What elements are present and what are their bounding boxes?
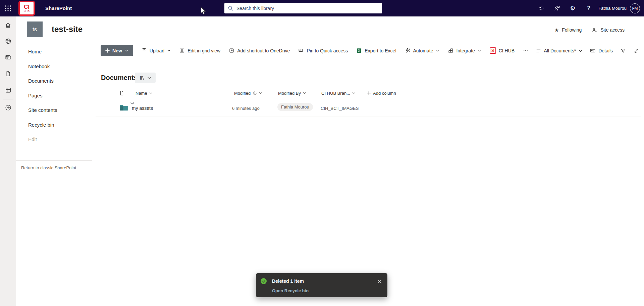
automate-label: Automate bbox=[413, 48, 433, 53]
chevron-down-icon bbox=[167, 49, 171, 52]
chevron-down-icon bbox=[579, 49, 582, 53]
waffle-icon bbox=[5, 5, 11, 12]
row-modified-by[interactable]: Fathia Mourou bbox=[277, 102, 313, 111]
person-pill[interactable]: Fathia Mourou bbox=[277, 103, 313, 111]
filter-button[interactable] bbox=[620, 48, 626, 54]
add-shortcut-to-onedrive-button[interactable]: Add shortcut to OneDrive bbox=[229, 48, 290, 53]
following-button[interactable]: ★ Following bbox=[554, 27, 582, 33]
rail-divider bbox=[3, 99, 13, 99]
site-header: ts test-site ★ Following Site access bbox=[16, 16, 644, 43]
column-header-name[interactable]: Name bbox=[136, 89, 153, 97]
ci-hub-icon: CI HUB bbox=[490, 47, 496, 54]
row-divider bbox=[96, 117, 641, 117]
details-pane-button[interactable]: Details bbox=[590, 48, 613, 54]
rail-mylists-icon[interactable] bbox=[0, 83, 16, 97]
view-selector-label: All Documents* bbox=[544, 48, 576, 53]
add-column-button[interactable]: Add column bbox=[367, 89, 396, 97]
file-icon bbox=[119, 90, 124, 96]
column-header-ci-hub-branding[interactable]: CI HUB Bran... bbox=[321, 89, 356, 97]
search-input[interactable] bbox=[236, 6, 379, 11]
rail-myfiles-document-icon[interactable] bbox=[0, 67, 16, 80]
following-label: Following bbox=[562, 27, 582, 33]
library-view-toggle-button[interactable] bbox=[135, 73, 156, 83]
upload-icon bbox=[141, 48, 147, 53]
document-library-main: Documents Name Modified bbox=[92, 58, 644, 306]
chevron-down-icon bbox=[352, 91, 356, 95]
plus-icon bbox=[105, 48, 110, 53]
folder-icon bbox=[119, 104, 128, 111]
nav-item-notebook[interactable]: Notebook bbox=[16, 59, 92, 74]
details-label: Details bbox=[598, 48, 613, 53]
nav-item-recycle-bin[interactable]: Recycle bin bbox=[16, 118, 92, 132]
people-add-icon bbox=[592, 27, 597, 33]
chevron-down-icon bbox=[125, 49, 128, 52]
cihub-logo-text-top: CI bbox=[24, 4, 30, 10]
site-initials: ts bbox=[33, 26, 37, 33]
row-folder-icon[interactable] bbox=[119, 103, 128, 112]
site-navigation: Home Notebook Documents Pages Site conte… bbox=[16, 44, 92, 306]
announcements-megaphone-icon[interactable] bbox=[533, 0, 549, 16]
books-icon bbox=[139, 75, 145, 81]
topbar-right-cluster: ⚙ ? Fathia Mourou FM bbox=[533, 0, 640, 16]
rail-home-icon[interactable] bbox=[0, 18, 16, 32]
app-name[interactable]: SharePoint bbox=[45, 0, 72, 16]
new-button[interactable]: New bbox=[101, 45, 133, 56]
library-title: Documents bbox=[101, 74, 138, 82]
deleted-toast: Deleted 1 item Open Recycle bin bbox=[256, 273, 387, 297]
site-access-label: Site access bbox=[600, 27, 625, 33]
rail-create-plus-icon[interactable] bbox=[0, 101, 16, 114]
toast-message: Deleted 1 item bbox=[272, 278, 304, 284]
integrate-label: Integrate bbox=[456, 48, 475, 53]
help-icon[interactable]: ? bbox=[581, 0, 596, 16]
ellipsis-icon bbox=[523, 48, 528, 53]
new-button-label: New bbox=[112, 48, 122, 53]
expand-diagonal-icon bbox=[634, 48, 639, 54]
user-avatar[interactable]: FM bbox=[630, 3, 640, 13]
chevron-down-icon bbox=[149, 91, 153, 95]
rail-mysites-globe-icon[interactable] bbox=[0, 34, 16, 48]
pin-to-quick-access-button[interactable]: Pin to Quick access bbox=[298, 48, 348, 53]
rail-news-icon[interactable] bbox=[0, 50, 16, 64]
info-icon bbox=[253, 91, 257, 95]
edit-in-grid-view-button[interactable]: Edit in grid view bbox=[179, 48, 220, 53]
app-rail bbox=[0, 16, 16, 306]
nav-item-pages[interactable]: Pages bbox=[16, 88, 92, 103]
row-name-link[interactable]: my assets bbox=[132, 104, 153, 113]
more-options-ellipsis-icon[interactable] bbox=[523, 48, 528, 53]
command-bar-right: All Documents* Details bbox=[536, 43, 640, 58]
edit-in-grid-view-label: Edit in grid view bbox=[187, 48, 220, 53]
nav-item-edit[interactable]: Edit bbox=[16, 132, 92, 147]
nav-item-documents[interactable]: Documents bbox=[16, 74, 92, 88]
open-recycle-bin-link[interactable]: Open Recycle bin bbox=[272, 288, 309, 293]
upload-button[interactable]: Upload bbox=[141, 48, 171, 53]
chevron-down-icon bbox=[436, 49, 439, 52]
ci-hub-button[interactable]: CI HUB CI HUB bbox=[490, 47, 515, 54]
feedback-person-icon[interactable] bbox=[549, 0, 565, 16]
column-type-icon[interactable] bbox=[119, 89, 124, 97]
settings-gear-icon[interactable]: ⚙ bbox=[565, 0, 581, 16]
automate-button[interactable]: Automate bbox=[405, 48, 440, 53]
integrate-button[interactable]: Integrate bbox=[448, 48, 481, 53]
top-app-bar: CI HUB SharePoint bbox=[0, 0, 644, 16]
toast-close-button[interactable] bbox=[375, 277, 383, 286]
column-header-modified[interactable]: Modified bbox=[234, 89, 262, 97]
filter-funnel-icon bbox=[620, 48, 626, 54]
cihub-logo[interactable]: CI HUB bbox=[18, 1, 35, 16]
nav-item-site-contents[interactable]: Site contents bbox=[16, 103, 92, 118]
export-to-excel-button[interactable]: Export to Excel bbox=[356, 48, 396, 53]
column-header-modified-by[interactable]: Modified By bbox=[278, 89, 306, 97]
sharepoint-page: CI HUB SharePoint bbox=[0, 0, 644, 306]
site-access-button[interactable]: Site access bbox=[592, 27, 625, 33]
add-shortcut-label: Add shortcut to OneDrive bbox=[237, 48, 290, 53]
site-logo-tile[interactable]: ts bbox=[27, 21, 43, 37]
search-icon bbox=[228, 5, 233, 11]
nav-item-home[interactable]: Home bbox=[16, 44, 92, 59]
expand-view-button[interactable] bbox=[634, 48, 639, 54]
site-nav-list: Home Notebook Documents Pages Site conte… bbox=[16, 44, 92, 147]
view-selector-button[interactable]: All Documents* bbox=[536, 48, 583, 54]
export-to-excel-label: Export to Excel bbox=[365, 48, 396, 53]
app-launcher-waffle-icon[interactable] bbox=[0, 0, 16, 16]
site-header-actions: ★ Following Site access bbox=[554, 16, 625, 43]
return-to-classic-link[interactable]: Return to classic SharePoint bbox=[21, 165, 76, 170]
search-box[interactable] bbox=[224, 3, 382, 13]
